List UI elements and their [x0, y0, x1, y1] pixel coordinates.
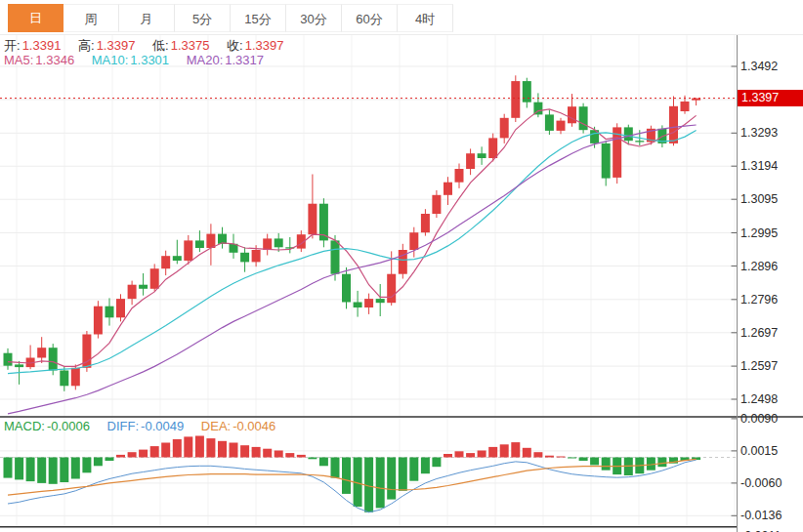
- ohlc-high: 高:1.3397: [78, 38, 135, 53]
- ma20-value: 1.3317: [225, 53, 264, 67]
- candle: [523, 81, 531, 102]
- candle: [94, 307, 103, 335]
- candle: [128, 285, 137, 299]
- current-price-badge: 1.3397: [738, 90, 803, 106]
- price-tick-label: 1.2995: [740, 225, 801, 241]
- candle: [602, 143, 611, 179]
- macd-tick-label: 0.0015: [740, 443, 801, 459]
- price-tick-label: 1.2697: [740, 325, 801, 341]
- candle: [466, 153, 475, 169]
- ma20-label: MA20:: [187, 53, 224, 67]
- ma10-value: 1.3301: [130, 53, 169, 67]
- macd-bar: [252, 447, 261, 458]
- timeframe-tab-5[interactable]: 30分: [286, 4, 342, 32]
- macd-bar: [218, 441, 227, 458]
- candle: [579, 106, 588, 130]
- macd-bar: [409, 458, 418, 481]
- price-tick-label: 1.2597: [740, 358, 801, 374]
- macd-bar: [432, 458, 441, 468]
- candle: [60, 371, 68, 387]
- ma5-label: MA5:: [4, 53, 33, 67]
- candle: [557, 121, 566, 131]
- candle: [455, 169, 464, 183]
- timeframe-tabs: 日周月5分15分30分60分4时: [8, 4, 453, 32]
- macd-bar: [82, 458, 91, 473]
- diff-label: DIFF:: [107, 419, 140, 433]
- macd-bar: [657, 458, 666, 468]
- candle: [409, 232, 418, 250]
- ma10-label: MA10:: [92, 53, 129, 67]
- macd-bar: [478, 451, 486, 458]
- macd-value: -0.0006: [47, 419, 90, 433]
- macd-bar: [579, 458, 588, 462]
- dea-legend-item: DEA:-0.0046: [201, 419, 275, 433]
- candle: [195, 240, 204, 248]
- macd-bar: [139, 450, 148, 458]
- candle: [240, 253, 249, 263]
- candle: [263, 238, 272, 250]
- timeframe-tab-2[interactable]: 月: [119, 4, 175, 32]
- macd-bar: [60, 458, 68, 483]
- candle: [488, 138, 497, 158]
- timeframe-tab-4[interactable]: 15分: [231, 4, 286, 32]
- macd-bar: [523, 448, 531, 458]
- timeframe-tab-6[interactable]: 60分: [342, 4, 398, 32]
- macd-bar: [4, 458, 13, 478]
- macd-bar: [206, 438, 215, 457]
- macd-tick-label: 0.0090: [740, 411, 801, 427]
- macd-bar: [285, 453, 294, 457]
- candle: [173, 256, 182, 261]
- candle: [478, 153, 486, 158]
- macd-legend-item: MACD:-0.0006: [4, 419, 90, 433]
- ohlc-open: 开:1.3391: [4, 38, 61, 53]
- candle: [15, 364, 23, 367]
- price-tick-label: 1.2896: [740, 259, 801, 274]
- price-tick-label: 1.3095: [740, 191, 801, 207]
- macd-bar: [116, 455, 125, 458]
- ma5-legend-item: MA5:1.3346: [4, 53, 74, 67]
- macd-bar: [466, 453, 475, 457]
- timeframe-tab-0[interactable]: 日: [8, 4, 63, 32]
- price-tick-label: 1.2498: [740, 391, 801, 407]
- ma-legend: MA5:1.3346 MA10:1.3301 MA20:1.3317: [4, 53, 277, 67]
- macd-bar: [533, 452, 542, 457]
- macd-bar: [557, 457, 566, 458]
- macd-bar: [275, 451, 283, 458]
- candle: [150, 268, 159, 289]
- macd-bar: [342, 458, 351, 494]
- candle: [568, 106, 576, 123]
- candle: [161, 256, 170, 268]
- ohlc-close: 收:1.3397: [227, 38, 283, 53]
- candle: [387, 274, 396, 304]
- diff-value: -0.0049: [141, 419, 184, 433]
- macd-bar: [319, 458, 328, 467]
- macd-bar: [37, 458, 46, 483]
- candle: [106, 307, 114, 318]
- macd-bar: [173, 439, 182, 458]
- ohlc-close-label: 收:: [227, 38, 243, 53]
- ohlc-high-label: 高:: [78, 38, 95, 53]
- macd-bar: [376, 458, 385, 509]
- timeframe-tab-3[interactable]: 5分: [175, 4, 231, 32]
- candle: [624, 127, 633, 141]
- macd-tick-label: -0.0211: [740, 528, 801, 532]
- diff-legend-item: DIFF:-0.0049: [107, 419, 185, 433]
- timeframe-tab-7[interactable]: 4时: [398, 4, 453, 32]
- candle: [139, 285, 148, 289]
- ohlc-open-label: 开:: [4, 38, 21, 53]
- timeframe-tab-1[interactable]: 周: [63, 4, 119, 32]
- price-tick-label: 1.3293: [740, 125, 801, 141]
- macd-bar: [308, 458, 317, 460]
- candle: [71, 368, 80, 387]
- macd-legend: MACD:-0.0006 DIFF:-0.0049 DEA:-0.0046: [4, 419, 289, 433]
- ma20-legend-item: MA20:1.3317: [187, 53, 264, 67]
- macd-bar: [150, 446, 159, 457]
- candle: [364, 299, 373, 307]
- price-tick-label: 1.3492: [740, 59, 801, 74]
- macd-bar: [602, 458, 611, 471]
- candle: [635, 141, 644, 142]
- macd-tick-label: -0.0060: [740, 475, 801, 491]
- candle: [669, 106, 678, 143]
- candle: [116, 299, 125, 317]
- macd-bar: [590, 458, 599, 466]
